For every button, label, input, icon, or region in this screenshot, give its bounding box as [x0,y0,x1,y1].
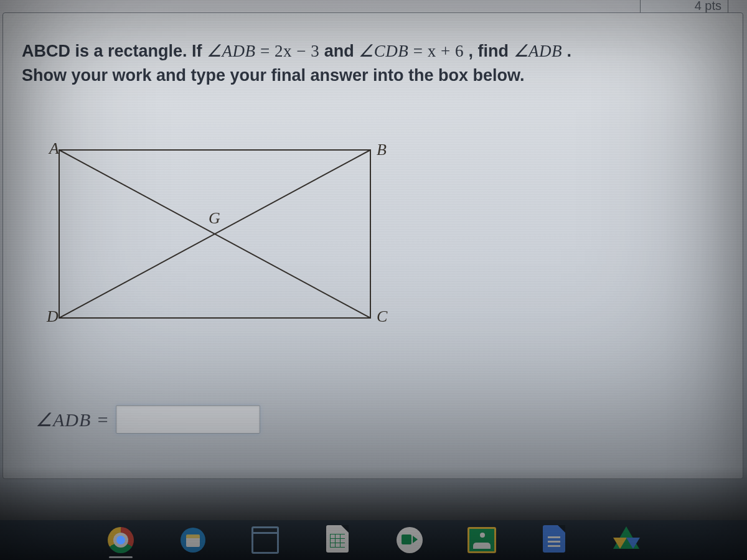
q-eq2: = x + 6 [413,42,464,60]
q-period: . [567,42,572,60]
drive-icon[interactable] [612,526,641,554]
label-G: G [209,209,220,227]
q-angle-adb-1: ∠ADB [207,42,255,60]
files-icon[interactable] [179,526,207,554]
q-angle-adb-2: ∠ADB [514,42,562,60]
sheets-icon[interactable] [323,526,352,554]
q-tail: , find [469,42,514,60]
label-A: A [48,139,59,157]
question-text: ABCD is a rectangle. If ∠ADB = 2x − 3 an… [3,39,743,88]
answer-label: ∠ADB = [35,409,110,431]
question-card: ABCD is a rectangle. If ∠ADB = 2x − 3 an… [2,12,743,479]
label-C: C [377,307,388,325]
docs-icon[interactable] [540,526,568,554]
chrome-icon[interactable] [106,526,135,554]
q-angle-cdb: ∠CDB [359,42,408,60]
q-eq1: = 2x − 3 [260,42,319,60]
taskbar [0,520,747,560]
q-part1: ABCD is a rectangle. If [22,42,207,60]
classroom-icon[interactable] [467,526,496,554]
label-B: B [377,141,387,159]
label-D: D [46,307,59,325]
answer-row: ∠ADB = [35,405,260,434]
answer-input[interactable] [116,405,260,434]
q-line2: Show your work and type your final answe… [22,66,525,85]
q-mid: and [324,42,359,60]
meet-icon[interactable] [395,526,424,554]
window-icon[interactable] [251,526,280,554]
rectangle-figure: A B C D G [40,138,392,337]
